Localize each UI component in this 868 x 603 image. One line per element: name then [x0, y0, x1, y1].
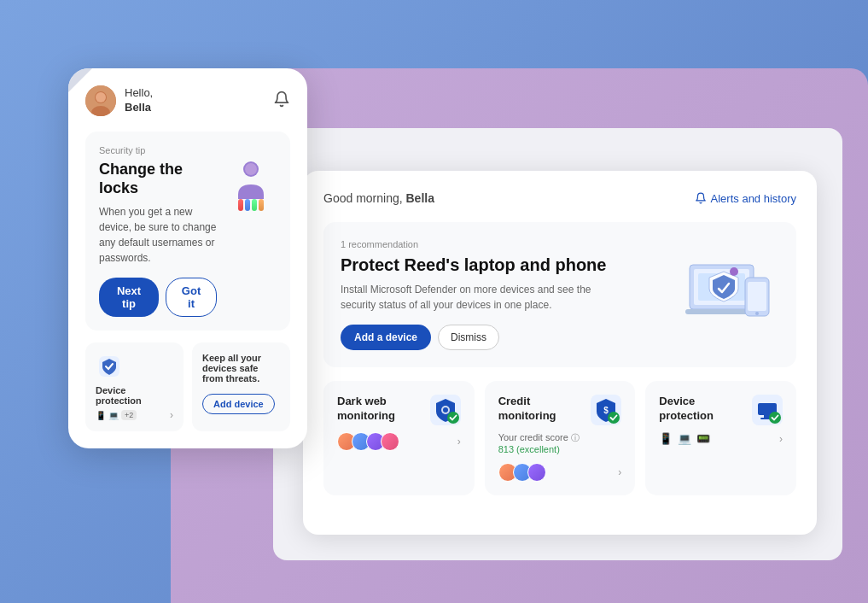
- chevron-right-icon: ›: [170, 409, 173, 421]
- dark-web-chevron: ›: [457, 436, 461, 448]
- alerts-history-link[interactable]: Alerts and history: [695, 192, 796, 205]
- security-tip-title: Change the locks: [99, 161, 217, 197]
- keep-safe-title: Keep all your devices safe from threats.: [202, 353, 280, 383]
- info-icon[interactable]: ⓘ: [571, 433, 580, 442]
- credit-title: Credit monitoring: [498, 395, 591, 424]
- svg-point-3: [96, 92, 106, 102]
- dark-web-icon: [430, 395, 461, 425]
- good-morning: Good morning, Bella: [323, 191, 434, 205]
- person-icon: [234, 161, 268, 199]
- recommend-title: Protect Reed's laptop and phone: [341, 255, 677, 275]
- device-protection-title-desktop: Device protection: [659, 395, 752, 424]
- svg-point-21: [608, 412, 620, 424]
- mobile-header-left: Hello, Bella: [85, 85, 153, 116]
- laptop-shield-svg: [677, 256, 779, 333]
- bell-icon[interactable]: [273, 91, 290, 112]
- desktop-card: Good morning, Bella Alerts and history 1…: [303, 171, 817, 535]
- security-tip-text-area: Change the locks When you get a new devi…: [99, 161, 225, 317]
- device-protection-header: Device protection: [659, 395, 783, 425]
- security-tip-illustration: [225, 161, 277, 211]
- credit-footer: ›: [498, 463, 622, 482]
- mobile-card: Hello, Bella Security tip Change the loc…: [68, 68, 307, 448]
- svg-point-13: [755, 312, 759, 315]
- security-tip-label: Security tip: [99, 145, 277, 155]
- key-orange: [259, 199, 264, 211]
- device-cards-row: Device protection 📱 💻 +2 › Keep all your…: [85, 342, 290, 431]
- security-tip-content: Change the locks When you get a new devi…: [99, 161, 277, 317]
- key-red: [238, 199, 243, 211]
- got-it-button[interactable]: Got it: [166, 278, 217, 317]
- device-mini-footer: 📱 💻 +2 ›: [96, 409, 173, 421]
- dark-web-shield-icon: [430, 395, 461, 425]
- device-shield-icon: [96, 353, 123, 380]
- next-tip-button[interactable]: Next tip: [99, 278, 159, 317]
- credit-subtitle: Your credit score ⓘ 813 (excellent): [498, 432, 622, 454]
- device-protection-footer: 📱 💻 📟 ›: [659, 432, 783, 445]
- device-protection-card[interactable]: Device protection 📱 💻: [645, 381, 796, 495]
- svg-point-26: [769, 412, 781, 424]
- add-device-button-mobile[interactable]: Add device: [202, 394, 275, 414]
- dismiss-button[interactable]: Dismiss: [438, 325, 499, 350]
- dark-web-title: Dark web monitoring: [337, 395, 430, 424]
- security-tip-desc: When you get a new device, be sure to ch…: [99, 204, 217, 266]
- device-phone-icon: 📱: [659, 432, 673, 445]
- svg-point-18: [447, 412, 459, 424]
- tip-buttons: Next tip Got it: [99, 278, 217, 317]
- svg-text:$: $: [604, 406, 609, 415]
- svg-point-14: [730, 267, 738, 276]
- credit-icon: $: [591, 395, 621, 425]
- svg-rect-12: [748, 282, 766, 311]
- phone-icon: 📱: [96, 411, 106, 420]
- credit-shield-icon: $: [591, 395, 621, 425]
- recommend-content: 1 recommendation Protect Reed's laptop a…: [341, 239, 677, 350]
- avatar-stack-darkweb: [337, 432, 399, 451]
- key-blue: [245, 199, 250, 211]
- device-protection-icon-desktop: [752, 395, 783, 425]
- bottom-cards-row: Dark web monitoring: [323, 381, 796, 495]
- avatar-4: [381, 432, 399, 451]
- hello-text: Hello, Bella: [125, 86, 153, 115]
- dark-web-header: Dark web monitoring: [337, 395, 461, 425]
- credit-monitoring-card[interactable]: Credit monitoring $ Your credit score ⓘ: [485, 381, 636, 495]
- recommend-desc: Install Microsoft Defender on more devic…: [341, 282, 614, 313]
- shield-check-icon: [97, 354, 121, 378]
- recommendation-card: 1 recommendation Protect Reed's laptop a…: [323, 222, 796, 367]
- add-device-button-desktop[interactable]: Add a device: [341, 325, 431, 350]
- device-protection-title: Device protection: [96, 385, 173, 406]
- credit-chevron: ›: [618, 466, 621, 478]
- avatar-credit-3: [527, 463, 546, 482]
- keys-row: [238, 199, 264, 211]
- device-badge: +2: [121, 410, 137, 420]
- dark-web-footer: ›: [337, 432, 461, 451]
- bell-icon-desktop: [695, 192, 707, 204]
- device-icon-row: 📱 💻 📟: [659, 432, 710, 445]
- device-shield-desktop-icon: [752, 395, 783, 425]
- key-green: [252, 199, 257, 211]
- device-protection-chevron: ›: [779, 433, 783, 445]
- laptop-icon: 💻: [108, 411, 119, 420]
- recommend-buttons: Add a device Dismiss: [341, 325, 677, 350]
- credit-header: Credit monitoring $: [498, 395, 622, 425]
- avatar: [85, 85, 116, 116]
- credit-score: 813 (excellent): [498, 444, 560, 454]
- svg-point-17: [443, 407, 448, 413]
- security-tip-card: Security tip Change the locks When you g…: [85, 132, 290, 331]
- desktop-header: Good morning, Bella Alerts and history: [323, 191, 796, 205]
- svg-point-5: [245, 163, 257, 175]
- dark-web-card[interactable]: Dark web monitoring: [323, 381, 475, 495]
- device-laptop-icon: 💻: [678, 432, 691, 445]
- device-icons: 📱 💻 +2: [96, 410, 137, 420]
- device-protection-mini-card[interactable]: Device protection 📱 💻 +2 ›: [85, 342, 184, 431]
- device-tablet-icon: 📟: [696, 432, 710, 445]
- avatar-stack-credit: [498, 463, 546, 482]
- mobile-header: Hello, Bella: [85, 85, 290, 116]
- keep-safe-card[interactable]: Keep all your devices safe from threats.…: [192, 342, 290, 431]
- recommend-label: 1 recommendation: [341, 239, 677, 249]
- recommend-illustration: [677, 256, 779, 333]
